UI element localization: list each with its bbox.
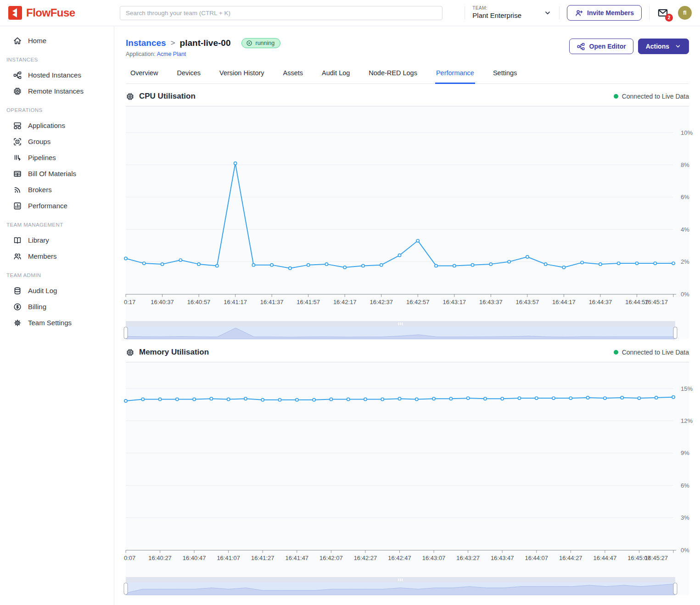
sidebar-item-label: Groups bbox=[28, 138, 50, 145]
sidebar-item-label: Bill Of Materials bbox=[28, 170, 76, 178]
cpu-chart[interactable]: 0%2%4%6%8%10%0:1716:40:3716:40:5716:41:1… bbox=[126, 106, 700, 312]
search-input[interactable] bbox=[120, 6, 442, 20]
invite-members-button[interactable]: Invite Members bbox=[567, 5, 642, 21]
breadcrumb-instances-link[interactable]: Instances bbox=[126, 38, 166, 48]
sidebar-item-remote-instances[interactable]: Remote Instances bbox=[0, 83, 114, 99]
data-point bbox=[599, 263, 602, 266]
data-point bbox=[193, 398, 196, 400]
data-point bbox=[124, 400, 127, 402]
y-axis-tick-label: 3% bbox=[681, 514, 689, 521]
x-axis-tick-label: 16:42:37 bbox=[370, 299, 393, 305]
range-slider-left-handle[interactable] bbox=[124, 327, 128, 339]
y-axis-tick-label: 4% bbox=[681, 226, 689, 233]
data-point bbox=[415, 398, 418, 400]
data-point bbox=[604, 397, 606, 400]
team-selector[interactable]: TEAM: Plant Enterprise bbox=[472, 6, 552, 20]
range-slider-grip[interactable] bbox=[400, 322, 401, 325]
x-axis-tick-label: 16:40:37 bbox=[151, 299, 174, 305]
sidebar-item-label: Hosted Instances bbox=[28, 71, 81, 79]
sidebar-item-groups[interactable]: Groups bbox=[0, 133, 114, 150]
data-point bbox=[544, 263, 547, 266]
data-point bbox=[416, 239, 419, 242]
bill-of-materials-icon bbox=[13, 169, 22, 178]
data-point bbox=[252, 264, 255, 266]
sidebar-item-billing[interactable]: Billing bbox=[0, 299, 114, 315]
memory-chart-range-slider[interactable] bbox=[126, 577, 675, 595]
x-axis-tick-label: 16:43:57 bbox=[516, 299, 539, 305]
sidebar-item-brokers[interactable]: Brokers bbox=[0, 182, 114, 198]
tab-assets[interactable]: Assets bbox=[282, 67, 304, 84]
invite-members-label: Invite Members bbox=[587, 9, 634, 17]
range-slider-right-handle[interactable] bbox=[673, 583, 677, 594]
data-point bbox=[216, 264, 218, 267]
tab-audit-log[interactable]: Audit Log bbox=[321, 67, 351, 84]
live-dot-icon bbox=[614, 350, 618, 355]
notifications-button[interactable]: 2 bbox=[657, 7, 669, 19]
cpu-live-status: Connected to Live Data bbox=[614, 93, 689, 100]
gear-icon bbox=[13, 318, 22, 327]
cpu-chart-range-slider[interactable] bbox=[126, 321, 675, 339]
sidebar-item-label: Members bbox=[28, 252, 57, 260]
brokers-icon bbox=[13, 185, 22, 194]
range-slider-left-handle[interactable] bbox=[124, 583, 128, 594]
x-axis-tick-label: 16:40:27 bbox=[148, 555, 172, 561]
data-point bbox=[518, 397, 521, 400]
tab-version-history[interactable]: Version History bbox=[218, 67, 265, 84]
y-axis-tick-label: 10% bbox=[681, 129, 693, 136]
avatar[interactable]: fl bbox=[678, 6, 692, 20]
sidebar-item-home[interactable]: Home bbox=[0, 33, 114, 49]
sidebar-item-library[interactable]: Library bbox=[0, 232, 114, 248]
x-axis-tick-label: 16:44:37 bbox=[589, 299, 612, 305]
application-link[interactable]: Acme Plant bbox=[157, 51, 186, 57]
cpu-chart-title: CPU Utilisation bbox=[139, 92, 196, 101]
data-point bbox=[552, 397, 555, 400]
sidebar-item-label: Performance bbox=[28, 202, 67, 210]
hosted-instances-icon bbox=[13, 71, 22, 80]
range-slider-grip[interactable] bbox=[402, 578, 403, 581]
range-slider-grip[interactable] bbox=[398, 578, 399, 581]
sidebar-item-audit-log[interactable]: Audit Log bbox=[0, 283, 114, 299]
sidebar-section-title: TEAM MANAGEMENT bbox=[0, 214, 114, 232]
tab-overview[interactable]: Overview bbox=[129, 67, 159, 84]
open-editor-button[interactable]: Open Editor bbox=[569, 39, 633, 54]
range-slider-grip[interactable] bbox=[400, 578, 401, 581]
sidebar-item-team-settings[interactable]: Team Settings bbox=[0, 315, 114, 331]
x-axis-tick-label: 16:40:57 bbox=[187, 299, 211, 305]
y-axis-tick-label: 12% bbox=[681, 417, 693, 424]
divider bbox=[465, 6, 465, 19]
x-axis-tick-label: 16:42:27 bbox=[354, 555, 377, 561]
cpu-utilisation-section: CPU Utilisation Connected to Live Data 0… bbox=[126, 84, 689, 339]
sidebar-item-label: Applications bbox=[28, 122, 65, 129]
pipelines-icon bbox=[13, 153, 22, 162]
data-point bbox=[562, 266, 565, 269]
data-point bbox=[672, 262, 675, 265]
x-axis-tick-label: 16:40:47 bbox=[183, 555, 206, 561]
sidebar-item-bill-of-materials[interactable]: Bill Of Materials bbox=[0, 166, 114, 182]
sidebar-item-hosted-instances[interactable]: Hosted Instances bbox=[0, 67, 114, 83]
sidebar-item-label: Library bbox=[28, 236, 49, 244]
x-axis-tick-label: 16:41:57 bbox=[297, 299, 320, 305]
groups-icon bbox=[13, 137, 22, 146]
range-slider-right-handle[interactable] bbox=[673, 327, 677, 339]
range-slider-grip[interactable] bbox=[402, 322, 403, 325]
sidebar-item-members[interactable]: Members bbox=[0, 248, 114, 264]
x-axis-tick-label: 16:41:27 bbox=[251, 555, 274, 561]
range-slider-grip[interactable] bbox=[398, 322, 399, 325]
x-axis-tick-label: 16:41:17 bbox=[224, 299, 247, 305]
data-point bbox=[270, 264, 273, 266]
tab-performance[interactable]: Performance bbox=[435, 67, 475, 84]
user-plus-icon bbox=[575, 9, 583, 17]
sidebar-item-applications[interactable]: Applications bbox=[0, 117, 114, 133]
chevron-down-icon bbox=[675, 43, 681, 50]
sidebar-item-pipelines[interactable]: Pipelines bbox=[0, 150, 114, 166]
tab-settings[interactable]: Settings bbox=[492, 67, 518, 84]
flowfuse-logo[interactable]: FlowFuse bbox=[0, 6, 114, 20]
tab-devices[interactable]: Devices bbox=[176, 67, 202, 84]
tab-node-red-logs[interactable]: Node-RED Logs bbox=[368, 67, 418, 84]
sidebar-item-performance[interactable]: Performance bbox=[0, 198, 114, 214]
memory-chart[interactable]: 0%3%6%9%12%15%0:0716:40:2716:40:4716:41:… bbox=[126, 362, 700, 568]
remote-instances-icon bbox=[13, 87, 22, 96]
series-line bbox=[126, 163, 673, 268]
actions-button[interactable]: Actions bbox=[638, 39, 689, 54]
data-point bbox=[467, 397, 470, 400]
